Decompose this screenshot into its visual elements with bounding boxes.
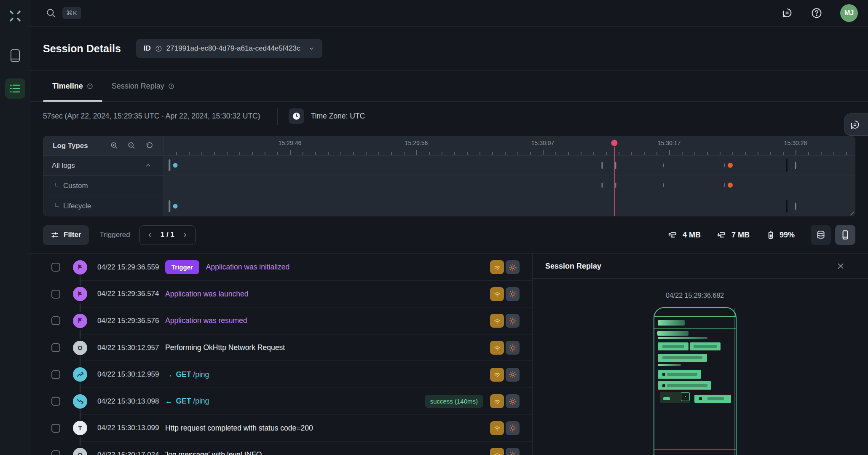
timeline-connector: [80, 437, 80, 446]
environment-state-button[interactable]: [506, 287, 520, 301]
environment-state-button[interactable]: [506, 341, 520, 355]
timeline-log-types: Log Types All logs Cu: [43, 136, 164, 216]
row-checkbox[interactable]: [51, 397, 60, 406]
event-tick-marker: [663, 164, 664, 167]
page-title: Session Details: [43, 43, 121, 55]
chevron-up-icon[interactable]: [145, 162, 152, 169]
search-shortcut-badge[interactable]: ⌘K: [62, 7, 81, 19]
network-state-button[interactable]: [490, 260, 504, 274]
log-row[interactable]: O04/22 15:30:17.024'log message' with le…: [30, 442, 532, 455]
log-row[interactable]: O04/22 15:30:12.957Performing OkHttp Net…: [30, 334, 532, 361]
id-label: ID: [144, 44, 151, 53]
minor-tick: [328, 152, 329, 155]
log-message[interactable]: Http request completed with status code=…: [165, 424, 313, 433]
zoom-in-icon[interactable]: [110, 141, 119, 150]
prev-page-icon[interactable]: [147, 232, 154, 239]
log-row[interactable]: 04/22 15:29:36.559TriggerApplication was…: [30, 254, 532, 281]
next-page-icon[interactable]: [181, 232, 188, 239]
wifi-icon: [493, 344, 501, 352]
log-message[interactable]: 'log message' with level INFO: [165, 450, 262, 455]
log-timestamp: 04/22 15:29:36.559: [97, 263, 165, 272]
row-checkbox[interactable]: [51, 343, 60, 352]
log-row[interactable]: T04/22 15:30:13.099Http request complete…: [30, 415, 532, 442]
span-start-marker: [169, 159, 170, 171]
skeleton-line: [658, 337, 707, 339]
minor-tick: [315, 152, 316, 155]
environment-state-button[interactable]: [506, 394, 520, 408]
support-chat-tab[interactable]: [844, 113, 868, 136]
log-timestamp: 04/22 15:30:13.099: [97, 424, 165, 432]
log-toolbar: Filter Triggered 1 / 1 4 MB 7 MB: [30, 216, 868, 254]
log-type-avatar: O: [73, 341, 87, 355]
row-checkbox[interactable]: [51, 263, 60, 272]
zoom-out-icon[interactable]: [127, 141, 136, 150]
log-row[interactable]: 04/22 15:30:13.098←GET /pingsuccess (140…: [30, 388, 532, 415]
log-row[interactable]: 04/22 15:29:36.574Application was launch…: [30, 281, 532, 308]
network-state-button[interactable]: [490, 368, 504, 382]
timeline-track-lifecycle: [164, 195, 855, 216]
battery-icon: [766, 229, 775, 240]
skeleton-checkbox-row-1: [658, 370, 701, 379]
event-bar-marker: [795, 202, 796, 210]
log-message[interactable]: Performing OkHttp Network Request: [165, 343, 285, 352]
log-message[interactable]: Application was resumed: [165, 316, 247, 325]
environment-state-button[interactable]: [506, 368, 520, 382]
event-bar-marker: [602, 162, 603, 169]
minor-tick: [808, 152, 809, 155]
log-timestamp: 04/22 15:29:36.574: [97, 290, 165, 298]
clock-icon: [289, 108, 304, 124]
log-type-row-lifecycle[interactable]: Lifecycle: [43, 196, 163, 216]
network-state-button[interactable]: [490, 394, 504, 408]
network-state-button[interactable]: [490, 421, 504, 435]
row-checkbox[interactable]: [51, 424, 60, 433]
help-icon[interactable]: [811, 7, 822, 19]
tab-timeline[interactable]: Timeline: [43, 71, 102, 101]
skeleton-button-2: [690, 342, 721, 350]
environment-state-button[interactable]: [506, 448, 520, 455]
app-logo-icon[interactable]: [7, 8, 24, 24]
environment-state-button[interactable]: [506, 260, 520, 274]
row-checkbox[interactable]: [51, 316, 60, 325]
log-message[interactable]: ←GET /ping: [165, 397, 209, 406]
environment-state-button[interactable]: [506, 314, 520, 328]
reset-zoom-icon[interactable]: [145, 141, 153, 150]
log-message[interactable]: Application was initialized: [206, 263, 289, 272]
log-row[interactable]: 04/22 15:29:36.576Application was resume…: [30, 307, 532, 334]
network-state-button[interactable]: [490, 448, 504, 455]
minor-tick: [366, 152, 367, 155]
network-state-button[interactable]: [490, 314, 504, 328]
tab-session-replay[interactable]: Session Replay: [102, 71, 184, 101]
row-checkbox[interactable]: [51, 370, 60, 379]
log-type-row-custom[interactable]: Custom: [43, 176, 163, 196]
log-message[interactable]: Application was launched: [165, 290, 249, 299]
close-icon[interactable]: [837, 262, 844, 270]
log-message[interactable]: →GET /ping: [165, 370, 209, 379]
network-state-button[interactable]: [490, 287, 504, 301]
data-view-toggle[interactable]: [811, 225, 831, 245]
minor-tick: [492, 152, 493, 155]
log-row[interactable]: 04/22 15:30:12.959→GET /ping: [30, 361, 532, 388]
phone-icon: [840, 229, 851, 240]
minor-tick: [821, 152, 822, 155]
filter-button[interactable]: Filter: [43, 225, 89, 245]
axis-tick-label: 15:30:07: [531, 140, 555, 146]
sidebar-item-session-logs[interactable]: [5, 78, 25, 99]
session-id-dropdown[interactable]: ID 271991ad-ec80-4d79-a61a-ced44e5f423c: [136, 39, 322, 58]
sidebar-item-devices[interactable]: [5, 46, 25, 66]
minor-tick: [391, 152, 392, 155]
sidebar-divider: [0, 109, 30, 109]
row-checkbox[interactable]: [51, 290, 60, 299]
environment-state-button[interactable]: [506, 421, 520, 435]
feedback-chat-icon[interactable]: [781, 7, 793, 19]
log-type-row-all-logs[interactable]: All logs: [43, 156, 163, 176]
network-state-button[interactable]: [490, 341, 504, 355]
chat-bubble-icon: [849, 119, 860, 130]
user-avatar[interactable]: MJ: [840, 4, 858, 22]
playhead-handle[interactable]: [611, 140, 618, 146]
row-checkbox[interactable]: [51, 450, 60, 455]
major-tick: [669, 150, 670, 155]
minor-tick: [429, 152, 430, 155]
minor-tick: [353, 152, 354, 155]
replay-view-toggle[interactable]: [835, 225, 855, 245]
search-icon[interactable]: [46, 8, 56, 19]
